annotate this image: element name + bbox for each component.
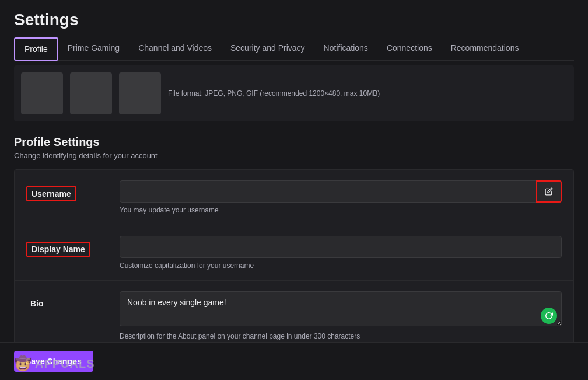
display-name-label: Display Name (26, 242, 90, 257)
watermark-icon: 🤠 (14, 355, 32, 372)
username-hint: You may update your username (120, 206, 562, 214)
display-name-hint: Customize capitalization for your userna… (120, 262, 562, 270)
username-edit-button[interactable] (536, 180, 562, 203)
tab-notifications[interactable]: Notifications (314, 37, 377, 61)
section-title: Profile Settings (14, 135, 574, 149)
username-input-wrapper (120, 180, 562, 203)
section-subtitle: Change identifying details for your acco… (14, 151, 574, 160)
display-name-label-col: Display Name (26, 236, 120, 257)
watermark: 🤠 APPUALS (14, 355, 95, 372)
display-name-input[interactable] (120, 236, 562, 258)
bio-textarea[interactable]: Noob in every single game! (120, 291, 562, 326)
footer: 🤠 APPUALS Save Changes (0, 342, 588, 380)
tab-profile[interactable]: Profile (14, 37, 58, 61)
bio-control-col: Noob in every single game! Description f… (120, 291, 562, 340)
file-format-text: File format: JPEG, PNG, GIF (recommended… (168, 89, 380, 97)
display-name-input-wrapper (120, 236, 562, 258)
bio-label: Bio (26, 297, 48, 310)
profile-image-area: File format: JPEG, PNG, GIF (recommended… (14, 65, 574, 121)
tab-security-and-privacy[interactable]: Security and Privacy (221, 37, 314, 61)
profile-banner-placeholder-2 (119, 72, 161, 114)
bio-textarea-wrapper: Noob in every single game! (120, 291, 562, 329)
main-content: File format: JPEG, PNG, GIF (recommended… (0, 61, 588, 342)
tab-channel-and-videos[interactable]: Channel and Videos (129, 37, 221, 61)
watermark-text: APPUALS (35, 357, 95, 371)
nav-tabs: Profile Prime Gaming Channel and Videos … (14, 37, 574, 61)
profile-banner-placeholder (70, 72, 112, 114)
username-control-col: You may update your username (120, 180, 562, 214)
bio-label-col: Bio (26, 291, 120, 310)
username-label-col: Username (26, 180, 120, 201)
username-label: Username (26, 186, 76, 201)
display-name-row: Display Name Customize capitalization fo… (15, 225, 573, 281)
username-row: Username You may update your username (15, 170, 573, 225)
page-title: Settings (14, 11, 574, 29)
tab-connections[interactable]: Connections (377, 37, 442, 61)
profile-settings-form: Username You may update your username (14, 169, 574, 342)
bio-action-button[interactable] (541, 308, 557, 324)
display-name-control-col: Customize capitalization for your userna… (120, 236, 562, 270)
tab-prime-gaming[interactable]: Prime Gaming (58, 37, 129, 61)
tab-recommendations[interactable]: Recommendations (442, 37, 528, 61)
bio-row: Bio Noob in every single game! Descripti… (15, 281, 573, 342)
footer-inner: 🤠 APPUALS Save Changes (14, 351, 574, 372)
profile-image-placeholder (21, 72, 63, 114)
bio-hint: Description for the About panel on your … (120, 332, 562, 340)
username-input[interactable] (120, 180, 562, 203)
